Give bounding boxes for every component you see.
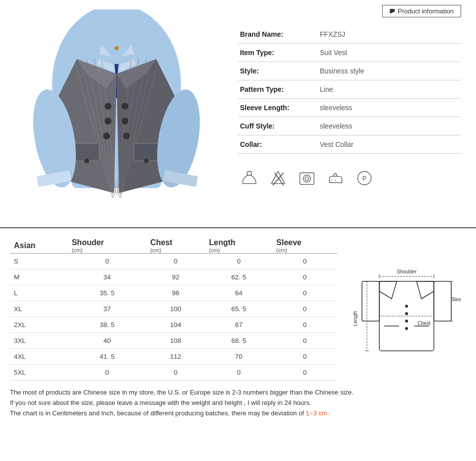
size-value: 108 [146,333,205,349]
svg-point-48 [305,177,308,180]
footnote-line-3: The chart is in Centimeters and Inch, be… [10,408,466,419]
footnote-area: The most of products are Chinese size in… [10,388,466,418]
product-info-table: Brand Name:FFXZSJItem Type:Suit VestStyl… [238,25,461,154]
care-icons-row: P [238,164,461,193]
size-label: XL [10,301,68,317]
size-value: 0 [272,365,337,381]
footnote-line-1: The most of products are Chinese size in… [10,388,466,398]
vest-illustration [27,9,206,218]
svg-point-61 [405,320,408,323]
info-table-row: Style:Business style [238,62,461,80]
size-value: 112 [146,349,205,365]
size-value: 0 [272,285,337,301]
care-dry-clean-icon: P [355,169,374,188]
footnote-line-3-text: The chart is in Centimeters and Inch, be… [10,409,306,417]
svg-marker-55 [379,281,397,299]
svg-point-29 [123,132,130,139]
info-table-row: Sleeve Length:sleeveless [238,99,461,117]
svg-text:Chest: Chest [417,321,430,326]
info-value: sleeveless [310,117,461,135]
size-value: 96 [146,285,205,301]
size-value: 64 [205,285,273,301]
care-handwash-icon [240,169,259,188]
info-table-row: Collar:Vest Collar [238,135,461,154]
size-value: 0 [272,317,337,333]
size-table-row: 4XL41. 5112700 [10,349,337,365]
footnote-line-2: If you not sure about the size, please l… [10,398,466,408]
svg-point-28 [121,118,128,125]
product-info-badge: Product information [382,5,461,17]
size-table-header-row: AsianShouder(cm)Chest(cm)Length(cm)Sleev… [10,236,337,254]
size-col-header: Chest(cm) [146,236,205,254]
info-table-row: Pattern Type:Line [238,80,461,99]
size-table-row: S0000 [10,254,337,269]
size-value: 100 [146,301,205,317]
svg-rect-57 [362,281,379,321]
product-info-area: Product information Brand Name:FFXZSJIte… [233,5,466,222]
size-value: 104 [146,317,205,333]
size-diagram-svg: Shoulder Chest Length Sleeve [352,252,461,366]
svg-marker-56 [416,281,434,299]
size-value: 0 [146,365,205,381]
size-col-header: Length(cm) [205,236,273,254]
info-value: Line [310,80,461,99]
svg-point-33 [144,158,149,163]
size-value: 0 [146,254,205,269]
care-iron-icon [326,169,345,188]
size-table-row: XL3710065. 50 [10,301,337,317]
info-table-row: Cuff Style:sleeveless [238,117,461,135]
size-value: 41. 5 [68,349,146,365]
svg-point-32 [84,158,89,163]
bottom-section: AsianShouder(cm)Chest(cm)Length(cm)Sleev… [0,228,476,423]
info-label: Cuff Style: [238,117,310,135]
info-value: Vest Collar [310,135,461,154]
svg-point-41 [115,46,119,50]
svg-point-60 [405,312,408,315]
size-col-header: Sleeve(cm) [272,236,337,254]
size-table: AsianShouder(cm)Chest(cm)Length(cm)Sleev… [10,236,337,381]
care-no-bleach-icon [269,169,288,188]
size-value: 0 [205,254,273,269]
size-value: 0 [272,333,337,349]
size-table-row: 3XL4010868. 50 [10,333,337,349]
svg-point-25 [105,118,112,125]
product-image-area [10,5,223,222]
size-table-row: 2XL38. 5104670 [10,317,337,333]
size-label: S [10,254,68,269]
top-section: Product information Brand Name:FFXZSJIte… [0,0,476,228]
svg-text:Shoulder: Shoulder [397,269,417,274]
size-value: 38. 5 [68,317,146,333]
svg-point-27 [121,103,128,110]
size-label: 4XL [10,349,68,365]
info-value: FFXZSJ [310,25,461,44]
size-value: 0 [272,301,337,317]
size-table-row: L35. 596640 [10,285,337,301]
size-value: 65. 5 [205,301,273,317]
svg-rect-46 [300,173,314,184]
badge-flag-icon [390,9,395,14]
svg-point-62 [405,327,408,330]
svg-text:Sleeve: Sleeve [451,297,461,302]
size-table-wrapper: AsianShouder(cm)Chest(cm)Length(cm)Sleev… [10,236,337,381]
svg-point-47 [303,175,310,182]
svg-rect-58 [434,281,451,321]
svg-rect-49 [334,174,336,176]
svg-text:P: P [362,175,366,182]
size-table-area: AsianShouder(cm)Chest(cm)Length(cm)Sleev… [10,236,466,381]
svg-point-26 [103,132,110,139]
info-label: Collar: [238,135,310,154]
size-col-header: Asian [10,236,68,254]
size-table-row: M349262. 50 [10,269,337,285]
size-label: 5XL [10,365,68,381]
care-tumble-dry-icon [298,169,316,188]
size-value: 0 [272,269,337,285]
info-label: Sleeve Length: [238,99,310,117]
svg-point-24 [105,103,112,110]
svg-point-59 [405,305,408,308]
size-value: 0 [68,365,146,381]
info-value: Business style [310,62,461,80]
info-table-row: Brand Name:FFXZSJ [238,25,461,44]
svg-text:Length: Length [353,311,358,326]
size-label: M [10,269,68,285]
size-value: 0 [272,254,337,269]
